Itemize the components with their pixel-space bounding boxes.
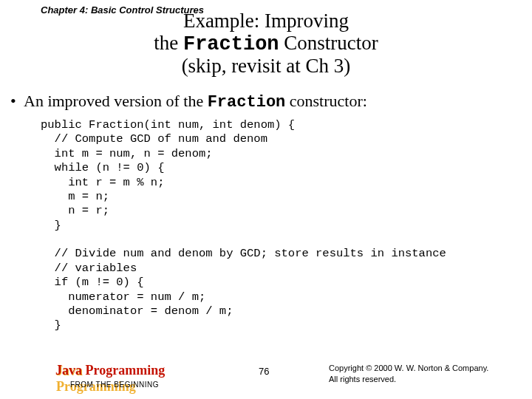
title-fraction-code: Fraction [183,33,279,55]
title-line-3: (skip, revisit at Ch 3) [0,55,532,78]
bullet-item: • An improved version of the Fraction co… [10,92,367,112]
footer: Java Programming Java Programming FROM T… [0,358,532,392]
code-listing: public Fraction(int num, int denom) { //… [41,118,453,333]
bullet-fraction-code: Fraction [208,93,286,112]
slide-title: Example: Improving the Fraction Construc… [0,10,532,78]
title-line-2-post: Constructor [279,32,378,54]
title-line-1: Example: Improving [0,10,532,33]
title-line-2: the Fraction Constructor [0,33,532,56]
book-title-text: Java Programming [55,363,165,378]
book-title: Java Programming Java Programming [55,363,165,378]
book-subtitle: FROM THE BEGINNING [70,381,159,389]
copyright: Copyright © 2000 W. W. Norton & Company.… [329,363,488,384]
copyright-line-2: All rights reserved. [329,374,488,384]
bullet-text-pre: An improved version of the [24,92,208,110]
bullet-marker: • [10,92,16,111]
copyright-line-1: Copyright © 2000 W. W. Norton & Company. [329,363,488,373]
page-number: 76 [259,366,269,377]
bullet-text-post: constructor: [285,92,367,110]
title-line-2-pre: the [154,32,183,54]
